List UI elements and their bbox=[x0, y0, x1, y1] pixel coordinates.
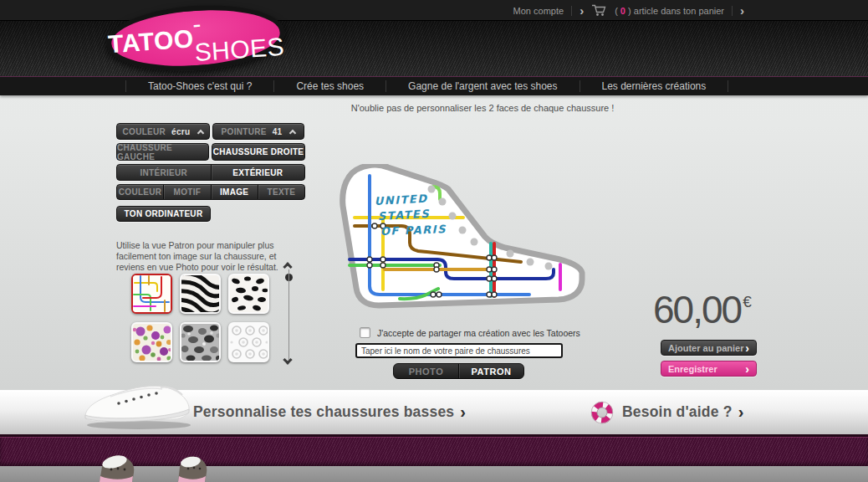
shoe-patron-svg: UNITED STATES OF PARIS bbox=[333, 164, 585, 313]
shoe-preview[interactable]: UNITED STATES OF PARIS bbox=[333, 164, 585, 313]
tab-texte-label: TEXTE bbox=[268, 187, 296, 197]
nav-item-earn[interactable]: Gagne de l'argent avec tes shoes bbox=[385, 80, 579, 92]
size-dropdown-value: 41 bbox=[273, 127, 283, 136]
price-amount: 60,00 bbox=[653, 290, 741, 329]
shoe-name-input[interactable] bbox=[355, 343, 563, 358]
account-link[interactable]: Mon compte bbox=[513, 6, 564, 16]
chevron-right-icon: › bbox=[738, 403, 744, 422]
share-checkbox-label: J'accepte de partager ma création avec l… bbox=[377, 328, 580, 338]
price-currency: € bbox=[743, 293, 752, 329]
cart-label: ) article dans ton panier bbox=[625, 6, 724, 16]
pattern-thumb-paisley-dark[interactable] bbox=[180, 322, 221, 362]
upload-from-computer-button[interactable]: TON ORDINATEUR bbox=[116, 206, 211, 222]
lifebuoy-icon bbox=[589, 399, 615, 426]
nav-items: Tatoo-Shoes c'est qui ? Crée tes shoes G… bbox=[125, 77, 728, 95]
pattern-thumb-flowers[interactable] bbox=[131, 322, 172, 362]
personalize-notice: N'oublie pas de personnaliser les 2 face… bbox=[332, 103, 633, 113]
chevron-right-icon[interactable]: › bbox=[580, 3, 584, 19]
chevron-right-icon[interactable]: › bbox=[740, 3, 744, 19]
site-logo[interactable]: TATOO-SHOES bbox=[106, 6, 285, 70]
share-checkbox[interactable] bbox=[360, 327, 370, 338]
patron-view-button[interactable]: PATRON bbox=[458, 364, 523, 378]
right-shoe-tab[interactable]: CHAUSSURE DROITE bbox=[212, 143, 305, 161]
add-to-cart-button[interactable]: Ajouter au panier › bbox=[661, 340, 757, 356]
logo-text-bold: TATOO bbox=[107, 24, 195, 59]
paisley-dark-pattern bbox=[181, 324, 219, 361]
color-dropdown-label: COULEUR bbox=[123, 127, 166, 136]
color-dropdown[interactable]: COULEUR écru bbox=[116, 123, 210, 140]
view-toggle: PHOTO PATRON bbox=[393, 363, 524, 379]
sneaker-toe-left bbox=[94, 454, 140, 482]
tab-motif[interactable]: MOTIF bbox=[163, 185, 210, 199]
photo-view-button[interactable]: PHOTO bbox=[394, 364, 458, 378]
chevron-right-icon: › bbox=[745, 342, 749, 354]
pattern-thumb-metro-map[interactable] bbox=[131, 274, 172, 314]
logo-text-light: -SHOES bbox=[191, 3, 285, 66]
interior-tab[interactable]: INTÉRIEUR bbox=[117, 165, 211, 180]
chevron-up-icon bbox=[197, 129, 204, 136]
nav-item-latest[interactable]: Les dernières créations bbox=[580, 80, 729, 92]
nav-item-about[interactable]: Tatoo-Shoes c'est qui ? bbox=[125, 80, 273, 92]
customize-low-shoes-label: Personnalise tes chaussures basses bbox=[193, 403, 454, 421]
divider bbox=[571, 6, 572, 16]
tab-couleur[interactable]: COULEUR bbox=[117, 185, 163, 199]
chevron-right-icon: › bbox=[460, 403, 466, 422]
left-shoe-tab[interactable]: CHAUSSURE GAUCHE bbox=[116, 143, 209, 161]
main-nav: Tatoo-Shoes c'est qui ? Crée tes shoes G… bbox=[0, 76, 868, 95]
cart-status[interactable]: ( 0 ) article dans ton panier bbox=[615, 6, 724, 16]
chevron-right-icon: › bbox=[745, 363, 749, 375]
metro-map-pattern bbox=[133, 275, 171, 312]
size-dropdown[interactable]: POINTURE 41 bbox=[212, 123, 304, 140]
scrollbar-track[interactable] bbox=[288, 269, 289, 360]
price: 60,00 € bbox=[653, 290, 752, 329]
photo-view-label: PHOTO bbox=[409, 367, 443, 377]
pattern-thumb-paisley-light[interactable] bbox=[228, 322, 269, 362]
chevron-up-icon bbox=[289, 129, 296, 136]
low-top-sneaker-image bbox=[77, 378, 201, 432]
spots-pattern bbox=[230, 275, 268, 312]
size-dropdown-label: POINTURE bbox=[222, 127, 267, 136]
nav-item-create[interactable]: Crée tes shoes bbox=[273, 80, 385, 92]
svg-text:OF PARIS: OF PARIS bbox=[380, 223, 447, 238]
cart-open-paren: ( bbox=[615, 6, 620, 16]
save-button[interactable]: Enregistrer › bbox=[661, 361, 757, 377]
pattern-thumb-zebra[interactable] bbox=[180, 274, 221, 314]
exterior-tab[interactable]: EXTÉRIEUR bbox=[211, 165, 305, 180]
tab-couleur-label: COULEUR bbox=[119, 187, 162, 197]
divider bbox=[732, 6, 733, 16]
customize-low-shoes-link[interactable]: Personnalise tes chaussures basses › bbox=[193, 390, 466, 434]
add-to-cart-label: Ajouter au panier bbox=[668, 343, 743, 353]
mode-tabs: COULEUR MOTIF IMAGE TEXTE bbox=[116, 184, 305, 200]
help-link-label: Besoin d'aide ? bbox=[622, 403, 733, 421]
right-shoe-tab-label: CHAUSSURE DROITE bbox=[213, 147, 304, 156]
help-link[interactable]: Besoin d'aide ? › bbox=[622, 390, 744, 434]
cart-icon[interactable] bbox=[591, 4, 607, 17]
shoe-outline bbox=[343, 165, 582, 305]
paisley-light-pattern bbox=[230, 324, 268, 361]
sneaker-toe-right bbox=[175, 455, 210, 482]
interior-tab-label: INTÉRIEUR bbox=[140, 168, 187, 177]
left-shoe-tab-label: CHAUSSURE GAUCHE bbox=[117, 143, 208, 162]
pattern-thumb-leopard-spots[interactable] bbox=[228, 274, 269, 314]
face-toggle: INTÉRIEUR EXTÉRIEUR bbox=[116, 164, 305, 181]
patron-view-label: PATRON bbox=[472, 367, 512, 377]
tab-image[interactable]: IMAGE bbox=[211, 185, 258, 199]
save-button-label: Enregistrer bbox=[668, 364, 717, 374]
upload-button-label: TON ORDINATEUR bbox=[125, 209, 203, 218]
top-bar-links: Mon compte › ( 0 ) article dans ton pani… bbox=[513, 0, 744, 21]
tab-motif-label: MOTIF bbox=[174, 187, 202, 197]
zebra-pattern bbox=[181, 275, 219, 312]
tab-texte[interactable]: TEXTE bbox=[258, 185, 304, 199]
color-dropdown-value: écru bbox=[171, 127, 190, 136]
tab-image-label: IMAGE bbox=[220, 187, 248, 197]
flowers-pattern bbox=[133, 324, 171, 361]
logo-oval: TATOO-SHOES bbox=[105, 0, 288, 76]
exterior-tab-label: EXTÉRIEUR bbox=[232, 168, 283, 177]
patron-hint-text: Utilise la vue Patron pour manipuler plu… bbox=[116, 240, 304, 273]
